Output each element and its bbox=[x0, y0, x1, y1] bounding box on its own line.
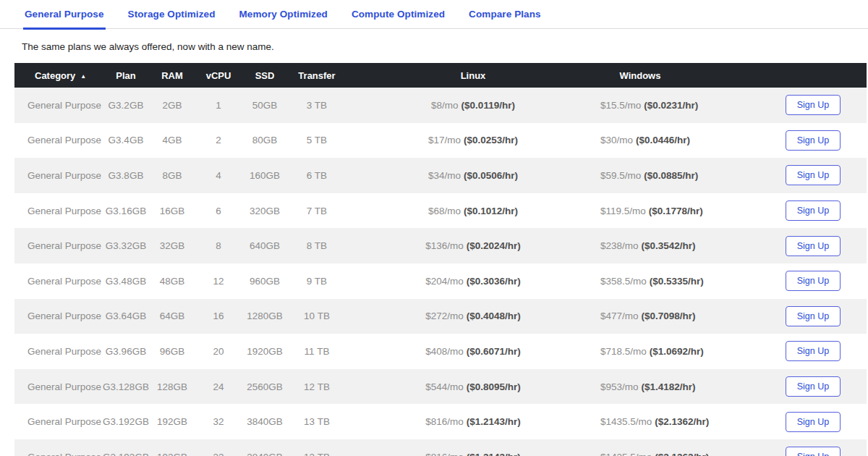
linux-hourly-price: ($0.0253/hr) bbox=[464, 135, 518, 145]
linux-monthly-price: $816/mo bbox=[425, 416, 464, 427]
cell-ssd: 50GB bbox=[242, 100, 288, 111]
cell-action: Sign Up bbox=[680, 200, 867, 221]
cell-ssd: 2560GB bbox=[242, 381, 288, 392]
linux-hourly-price: ($0.1012/hr) bbox=[464, 206, 518, 216]
cell-transfer: 3 TB bbox=[288, 100, 346, 111]
header-ssd: SSD bbox=[242, 70, 288, 81]
plans-table: Category▲ Plan RAM vCPU SSD Transfer Lin… bbox=[14, 63, 867, 456]
tab-compute-optimized[interactable]: Compute Optimized bbox=[350, 7, 446, 30]
cell-action: Sign Up bbox=[680, 341, 867, 361]
linux-hourly-price: ($0.2024/hr) bbox=[467, 240, 521, 251]
linux-monthly-price: $408/mo bbox=[425, 346, 464, 357]
sort-ascending-icon: ▲ bbox=[80, 73, 86, 80]
cell-category: General Purpose bbox=[14, 452, 103, 456]
linux-monthly-price: $68/mo bbox=[428, 206, 461, 216]
pricing-page: General PurposeStorage OptimizedMemory O… bbox=[0, 0, 868, 456]
cell-ram: 96GB bbox=[149, 346, 195, 357]
cell-linux-price: $544/mo($0.8095/hr) bbox=[346, 381, 600, 392]
cell-action: Sign Up bbox=[680, 165, 867, 185]
cell-action: Sign Up bbox=[680, 412, 867, 432]
cell-windows-price: $119.5/mo($0.1778/hr) bbox=[600, 206, 680, 216]
cell-windows-price: $477/mo($0.7098/hr) bbox=[600, 311, 680, 321]
tab-memory-optimized[interactable]: Memory Optimized bbox=[238, 7, 329, 30]
tab-storage-optimized[interactable]: Storage Optimized bbox=[127, 7, 217, 30]
cell-transfer: 11 TB bbox=[288, 346, 346, 357]
windows-monthly-price: $953/mo bbox=[600, 381, 639, 392]
cell-vcpu: 32 bbox=[195, 416, 242, 427]
sign-up-button[interactable]: Sign Up bbox=[786, 200, 841, 221]
cell-ssd: 960GB bbox=[242, 276, 288, 287]
cell-ssd: 160GB bbox=[242, 170, 288, 181]
cell-action: Sign Up bbox=[680, 376, 867, 397]
cell-category: General Purpose bbox=[14, 240, 103, 251]
table-row: General Purpose G3.192GB 192GB 32 3840GB… bbox=[14, 439, 867, 456]
sign-up-button[interactable]: Sign Up bbox=[786, 376, 841, 397]
cell-vcpu: 6 bbox=[195, 206, 242, 216]
cell-vcpu: 24 bbox=[195, 381, 242, 392]
table-row: General Purpose G3.128GB 128GB 24 2560GB… bbox=[14, 369, 867, 405]
cell-category: General Purpose bbox=[14, 416, 103, 427]
sign-up-button[interactable]: Sign Up bbox=[786, 95, 841, 115]
tab-general-purpose[interactable]: General Purpose bbox=[23, 7, 106, 30]
cell-category: General Purpose bbox=[14, 206, 103, 216]
windows-monthly-price: $30/mo bbox=[600, 135, 633, 145]
header-ram: RAM bbox=[149, 70, 195, 81]
cell-ram: 8GB bbox=[149, 170, 195, 181]
cell-category: General Purpose bbox=[14, 135, 103, 145]
cell-category: General Purpose bbox=[14, 346, 103, 357]
cell-action: Sign Up bbox=[680, 271, 867, 291]
cell-vcpu: 16 bbox=[195, 311, 242, 321]
linux-hourly-price: ($0.6071/hr) bbox=[467, 346, 521, 357]
table-row: General Purpose G3.4GB 4GB 2 80GB 5 TB $… bbox=[14, 123, 867, 159]
sign-up-button[interactable]: Sign Up bbox=[786, 236, 841, 256]
sign-up-button[interactable]: Sign Up bbox=[786, 130, 841, 151]
sign-up-button[interactable]: Sign Up bbox=[786, 271, 841, 291]
linux-monthly-price: $204/mo bbox=[425, 276, 464, 287]
tab-compare-plans[interactable]: Compare Plans bbox=[467, 7, 542, 30]
header-plan: Plan bbox=[103, 70, 149, 81]
cell-ram: 16GB bbox=[149, 206, 195, 216]
cell-category: General Purpose bbox=[14, 381, 103, 392]
table-row: General Purpose G3.16GB 16GB 6 320GB 7 T… bbox=[14, 193, 867, 229]
sign-up-button[interactable]: Sign Up bbox=[786, 341, 841, 361]
cell-ssd: 1920GB bbox=[242, 346, 288, 357]
sign-up-button[interactable]: Sign Up bbox=[786, 165, 841, 185]
plan-tabs: General PurposeStorage OptimizedMemory O… bbox=[0, 0, 868, 29]
table-row: General Purpose G3.192GB 192GB 32 3840GB… bbox=[14, 404, 867, 439]
header-category[interactable]: Category▲ bbox=[14, 70, 103, 81]
cell-linux-price: $204/mo($0.3036/hr) bbox=[346, 276, 600, 287]
linux-monthly-price: $17/mo bbox=[428, 135, 461, 145]
cell-plan: G3.192GB bbox=[103, 452, 149, 456]
cell-ram: 192GB bbox=[149, 416, 195, 427]
cell-category: General Purpose bbox=[14, 170, 103, 181]
cell-windows-price: $238/mo($0.3542/hr) bbox=[600, 240, 680, 251]
sign-up-button[interactable]: Sign Up bbox=[786, 447, 841, 456]
linux-monthly-price: $8/mo bbox=[431, 100, 459, 111]
windows-monthly-price: $1435.5/mo bbox=[600, 416, 652, 427]
linux-monthly-price: $34/mo bbox=[428, 170, 461, 181]
cell-action: Sign Up bbox=[680, 306, 867, 326]
cell-action: Sign Up bbox=[680, 130, 867, 151]
header-transfer: Transfer bbox=[288, 70, 346, 81]
table-row: General Purpose G3.8GB 8GB 4 160GB 6 TB … bbox=[14, 158, 867, 193]
table-row: General Purpose G3.96GB 96GB 20 1920GB 1… bbox=[14, 334, 867, 369]
cell-windows-price: $1435.5/mo($2.1362/hr) bbox=[600, 416, 680, 427]
cell-category: General Purpose bbox=[14, 276, 103, 287]
cell-transfer: 5 TB bbox=[288, 135, 346, 145]
header-linux: Linux bbox=[346, 70, 600, 81]
cell-ram: 64GB bbox=[149, 311, 195, 321]
cell-transfer: 9 TB bbox=[288, 276, 346, 287]
cell-linux-price: $272/mo($0.4048/hr) bbox=[346, 311, 600, 321]
header-category-label: Category bbox=[35, 70, 75, 81]
windows-monthly-price: $1435.5/mo bbox=[600, 452, 652, 456]
cell-transfer: 8 TB bbox=[288, 240, 346, 251]
cell-ram: 192GB bbox=[149, 452, 195, 456]
cell-linux-price: $17/mo($0.0253/hr) bbox=[346, 135, 600, 145]
sign-up-button[interactable]: Sign Up bbox=[786, 306, 841, 326]
sign-up-button[interactable]: Sign Up bbox=[786, 412, 841, 432]
cell-plan: G3.2GB bbox=[103, 100, 149, 111]
cell-plan: G3.192GB bbox=[103, 416, 149, 427]
header-vcpu: vCPU bbox=[195, 70, 242, 81]
cell-ram: 32GB bbox=[149, 240, 195, 251]
cell-linux-price: $408/mo($0.6071/hr) bbox=[346, 346, 600, 357]
